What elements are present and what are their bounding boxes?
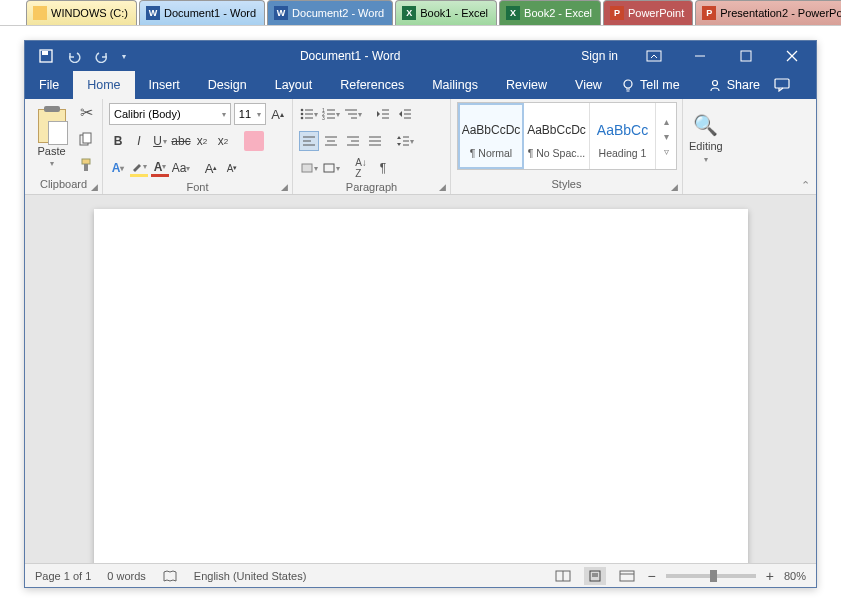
zoom-slider-thumb[interactable] — [710, 570, 717, 582]
undo-button[interactable] — [61, 44, 87, 68]
superscript-button[interactable]: x2 — [214, 132, 232, 150]
line-spacing-button[interactable]: ▾ — [395, 131, 415, 151]
styles-scroll-down[interactable]: ▾ — [664, 129, 669, 144]
editing-button[interactable]: 🔍 Editing ▾ — [689, 102, 723, 175]
ribbon-display-button[interactable] — [632, 41, 676, 71]
save-button[interactable] — [33, 44, 59, 68]
scissors-icon: ✂ — [80, 103, 93, 122]
tab-document1[interactable]: WDocument1 - Word — [139, 0, 265, 25]
page-count[interactable]: Page 1 of 1 — [35, 570, 91, 582]
styles-scroll-up[interactable]: ▴ — [664, 114, 669, 129]
group-clipboard: Paste ▾ ✂ Clipboard◢ — [25, 99, 103, 194]
grow-font-button[interactable]: A▴ — [269, 105, 286, 123]
styles-dialog-launcher[interactable]: ◢ — [671, 182, 678, 192]
style-heading1[interactable]: AaBbCcHeading 1 — [590, 103, 656, 169]
svg-rect-2 — [647, 51, 661, 61]
align-right-button[interactable] — [343, 131, 363, 151]
styles-expand[interactable]: ▿ — [664, 144, 669, 159]
zoom-in-button[interactable]: + — [766, 568, 774, 584]
tab-review[interactable]: Review — [492, 71, 561, 99]
style-no-spacing[interactable]: AaBbCcDc¶ No Spac... — [524, 103, 590, 169]
shrink-font-button[interactable]: A▴ — [202, 159, 220, 177]
svg-point-18 — [301, 113, 304, 116]
cut-button[interactable]: ✂ — [76, 103, 96, 123]
copy-button[interactable] — [76, 129, 96, 149]
web-layout-button[interactable] — [616, 567, 638, 585]
share-button[interactable]: Share — [698, 78, 770, 92]
minimize-button[interactable] — [678, 41, 722, 71]
tell-me-button[interactable]: Tell me — [621, 78, 680, 92]
bullets-button[interactable]: ▾ — [299, 104, 319, 124]
multilevel-list-button[interactable]: ▾ — [343, 104, 363, 124]
font-name-dropdown[interactable]: Calibri (Body)▾ — [109, 103, 231, 125]
excel-icon: X — [506, 6, 520, 20]
tab-presentation2[interactable]: PPresentation2 - PowerPoint — [695, 0, 841, 25]
change-case-button[interactable]: Aa▾ — [172, 159, 190, 177]
maximize-button[interactable] — [724, 41, 768, 71]
clear-formatting-button[interactable] — [244, 131, 264, 151]
ribbon-tabs: File Home Insert Design Layout Reference… — [25, 71, 816, 99]
word-count[interactable]: 0 words — [107, 570, 146, 582]
qat-more-button[interactable]: ▾ — [117, 44, 131, 68]
font-size-dropdown[interactable]: 11▾ — [234, 103, 266, 125]
zoom-level[interactable]: 80% — [784, 570, 806, 582]
numbering-button[interactable]: 123▾ — [321, 104, 341, 124]
text-effects-button[interactable]: A▾ — [109, 159, 127, 177]
close-button[interactable] — [770, 41, 814, 71]
tab-book1[interactable]: XBook1 - Excel — [395, 0, 497, 25]
zoom-out-button[interactable]: − — [648, 568, 656, 584]
svg-point-10 — [712, 81, 717, 86]
styles-gallery: AaBbCcDc¶ Normal AaBbCcDc¶ No Spac... Aa… — [457, 102, 677, 170]
collapse-ribbon-button[interactable]: ⌃ — [801, 179, 810, 192]
proofing-button[interactable] — [162, 569, 178, 583]
language-button[interactable]: English (United States) — [194, 570, 307, 582]
read-mode-button[interactable] — [552, 567, 574, 585]
decrease-indent-button[interactable] — [373, 104, 393, 124]
strikethrough-button[interactable]: abc — [172, 132, 190, 150]
subscript-button[interactable]: x2 — [193, 132, 211, 150]
clipboard-dialog-launcher[interactable]: ◢ — [91, 182, 98, 192]
font-dialog-launcher[interactable]: ◢ — [281, 182, 288, 192]
tab-powerpoint[interactable]: PPowerPoint — [603, 0, 693, 25]
status-bar: Page 1 of 1 0 words English (United Stat… — [25, 563, 816, 587]
tab-document2[interactable]: WDocument2 - Word — [267, 0, 393, 25]
document-area[interactable] — [25, 195, 816, 563]
shading-button[interactable]: ▾ — [299, 158, 319, 178]
font-color-button[interactable]: A▾ — [151, 159, 169, 177]
italic-button[interactable]: I — [130, 132, 148, 150]
tab-mailings[interactable]: Mailings — [418, 71, 492, 99]
tab-home[interactable]: Home — [73, 71, 134, 99]
svg-rect-11 — [775, 79, 789, 88]
underline-button[interactable]: U▾ — [151, 132, 169, 150]
tab-file[interactable]: File — [25, 71, 73, 99]
tab-view[interactable]: View — [561, 71, 616, 99]
show-paragraph-marks-button[interactable]: ¶ — [373, 158, 393, 178]
sort-button[interactable]: A↓Z — [351, 158, 371, 178]
align-center-button[interactable] — [321, 131, 341, 151]
tab-references[interactable]: References — [326, 71, 418, 99]
align-left-button[interactable] — [299, 131, 319, 151]
print-layout-button[interactable] — [584, 567, 606, 585]
redo-button[interactable] — [89, 44, 115, 68]
paste-button[interactable]: Paste ▾ — [31, 102, 72, 175]
svg-rect-59 — [620, 571, 634, 581]
bold-button[interactable]: B — [109, 132, 127, 150]
borders-button[interactable]: ▾ — [321, 158, 341, 178]
tab-design[interactable]: Design — [194, 71, 261, 99]
highlight-button[interactable]: ▾ — [130, 159, 148, 177]
format-painter-button[interactable] — [76, 155, 96, 175]
zoom-slider[interactable] — [666, 574, 756, 578]
tab-book2[interactable]: XBook2 - Excel — [499, 0, 601, 25]
style-normal[interactable]: AaBbCcDc¶ Normal — [458, 103, 524, 169]
paragraph-dialog-launcher[interactable]: ◢ — [439, 182, 446, 192]
justify-button[interactable] — [365, 131, 385, 151]
document-page[interactable] — [94, 209, 748, 563]
increase-indent-button[interactable] — [395, 104, 415, 124]
sign-in-button[interactable]: Sign in — [569, 49, 630, 63]
tab-explorer[interactable]: WINDOWS (C:) — [26, 0, 137, 25]
shrink-font-button2[interactable]: A▾ — [223, 159, 241, 177]
window-title: Document1 - Word — [131, 49, 569, 63]
tab-layout[interactable]: Layout — [261, 71, 327, 99]
comments-icon[interactable] — [774, 78, 800, 92]
tab-insert[interactable]: Insert — [135, 71, 194, 99]
